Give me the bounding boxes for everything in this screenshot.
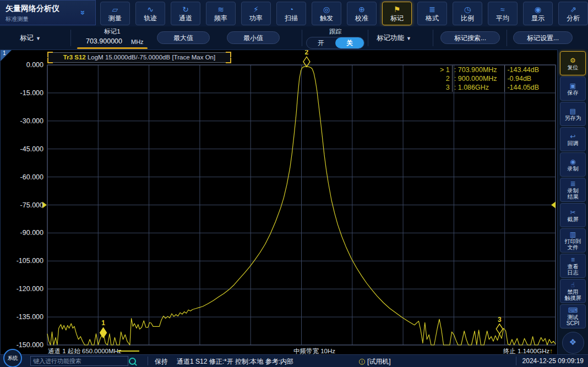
corner-bracket-icon — [226, 58, 231, 63]
sidebar-button-save[interactable]: ▣保存 — [560, 76, 586, 101]
record-camera-icon: ◉ — [570, 158, 575, 166]
min-search-button[interactable]: 最小值 — [227, 31, 280, 44]
sidebar-button-disable-touch[interactable]: ☝禁用 触摸屏 — [560, 279, 586, 303]
channel-status: 通道1 S12 修正:*开 控制:本地 参考:内部 — [177, 358, 293, 365]
y-axis-tick: -45.000 — [1, 145, 43, 154]
sidebar-button-record[interactable]: ◉录制 — [560, 152, 586, 177]
ruler-icon: ▱ — [112, 5, 118, 14]
hold-status: 保持 — [155, 358, 168, 365]
y-axis-tick: -60.000 — [1, 173, 43, 182]
sidebar-button-test-scpi[interactable]: ⌨测试 SCPI — [560, 304, 586, 328]
ref-level-right-arrow-icon — [551, 202, 556, 209]
sweep-progress-indicator — [117, 350, 139, 352]
marker-2-diamond[interactable] — [303, 57, 310, 67]
sidebar-button-label: 录制 结果 — [568, 188, 579, 200]
toolbar-button-label: 显示 — [531, 14, 545, 22]
sidebar-button-label: 截屏 — [568, 216, 579, 222]
app-title: 矢量网络分析仪 — [6, 4, 59, 14]
trace-plot: 123 — [1, 50, 557, 354]
sidebar-button-label: 禁用 触摸屏 — [565, 289, 581, 301]
toolbar-button-analysis[interactable]: ⇗分析 — [558, 2, 588, 25]
divider — [433, 30, 433, 46]
marker-3-diamond[interactable] — [496, 324, 503, 334]
sidebar-button-record-results[interactable]: ≣录制 结果 — [560, 178, 586, 202]
top-toolbar: 矢量网络分析仪 标准测量 » ▱测量∿轨迹↻通道≋频率⚡功率◔扫描◎触发⊕校准⚑… — [0, 0, 588, 26]
sidebar-button-label: 查看 日志 — [568, 264, 579, 276]
touch-hand-icon: ☝ — [571, 281, 575, 289]
y-axis-tick: -15.000 — [1, 89, 43, 97]
toolbar-button-label: 触发 — [320, 14, 333, 22]
recall-folder-icon: ↩ — [570, 133, 575, 140]
save-as-icon: ▤ — [570, 107, 576, 115]
y-axis-tick: -120.000 — [1, 284, 43, 293]
marker1-unit: MHz — [131, 37, 148, 46]
corner-bracket-icon — [47, 52, 53, 57]
toolbar-button-trace[interactable]: ∿轨迹 — [135, 2, 165, 25]
marker-search-button[interactable]: 标记搜索... — [440, 31, 500, 44]
toolbar-button-sweep[interactable]: ◔扫描 — [276, 2, 306, 25]
trace-format: LogM 15.0000dB/-75.0000dB [Trace Max On] — [88, 54, 215, 61]
toolbar-button-frequency[interactable]: ≋频率 — [206, 2, 236, 25]
marker-number: 2 — [424, 74, 452, 83]
toolbar-button-power[interactable]: ⚡功率 — [241, 2, 271, 25]
chevron-down-icon: ▼ — [406, 36, 411, 41]
toolbar-button-label: 格式 — [426, 14, 439, 22]
y-axis-tick: -75.000 — [1, 201, 43, 210]
scpi-terminal-icon: ⌨ — [568, 306, 578, 314]
trigger-target-icon: ◎ — [323, 5, 330, 14]
marker1-frequency-field[interactable]: 标记1 703.900000 MHz — [77, 28, 148, 46]
marker-function-dropdown[interactable]: 标记功能▼ — [377, 34, 411, 43]
marker-1-label: 1 — [101, 319, 105, 327]
tracking-label: 跟踪 — [306, 28, 364, 36]
toolbar-button-scale[interactable]: ◷比例 — [453, 2, 482, 25]
toolbar-button-channel[interactable]: ↻通道 — [171, 2, 200, 25]
toolbar-button-trigger[interactable]: ◎触发 — [312, 2, 341, 25]
tracking-toggle[interactable]: 开 关 — [306, 37, 364, 49]
toolbar-button-label: 比例 — [461, 14, 474, 22]
marker-1-diamond[interactable] — [100, 328, 107, 338]
scissors-icon: ✂ — [570, 209, 575, 216]
marker-value: -144.05dB — [504, 83, 554, 92]
toolbar-button-display[interactable]: ◉显示 — [523, 2, 553, 25]
tracking-on-option[interactable]: 开 — [307, 37, 335, 48]
toolbar-button-average[interactable]: ≈平均 — [488, 2, 518, 25]
sidebar-button-reset[interactable]: ⚙复位 — [560, 51, 586, 75]
record-results-icon: ≣ — [570, 180, 575, 188]
marker-menu-dropdown[interactable]: 标记▼ — [20, 34, 41, 43]
trace-line — [47, 67, 556, 345]
marker1-name: 标记1 — [77, 28, 148, 36]
function-search-input[interactable] — [30, 356, 128, 366]
sidebar-button-print-to-file[interactable]: ▥打印到 文件 — [560, 228, 586, 253]
chevron-down-icon: ▼ — [36, 36, 41, 41]
sidebar-button-label: 另存为 — [565, 115, 581, 121]
toolbar-button-label: 分析 — [567, 14, 580, 22]
sidebar-button-screenshot[interactable]: ✂截屏 — [560, 203, 586, 227]
system-button[interactable]: 系统 — [3, 349, 22, 367]
y-axis-tick: -135.000 — [1, 313, 43, 321]
double-chevron-down-icon[interactable]: » — [77, 7, 90, 20]
sidebar-more-button[interactable]: ❖ — [562, 332, 584, 354]
sidebar-button-recall[interactable]: ↩回调 — [560, 127, 586, 151]
average-icon: ≈ — [500, 5, 505, 14]
max-search-button[interactable]: 最大值 — [157, 31, 210, 44]
marker-number: 3 — [424, 83, 452, 92]
toolbar-button-calibration[interactable]: ⊕校准 — [347, 2, 377, 25]
toolbar-button-marker[interactable]: ⚑标记 — [382, 2, 412, 25]
y-axis-tick: -105.000 — [1, 256, 43, 265]
toolbar-button-label: 频率 — [214, 14, 227, 22]
save-disk-icon: ▣ — [570, 82, 576, 90]
toolbar-button-label: 标记 — [390, 14, 404, 22]
tracking-off-option[interactable]: 关 — [335, 37, 364, 48]
search-icon[interactable] — [129, 358, 136, 365]
sidebar-button-save-as[interactable]: ▤另存为 — [560, 102, 586, 126]
analysis-chart-icon: ⇗ — [570, 5, 576, 14]
y-axis-tick: -30.000 — [1, 117, 43, 125]
marker-value: -143.44dB — [504, 65, 554, 74]
marker-settings-button[interactable]: 标记设置... — [513, 31, 573, 44]
toolbar-button-format[interactable]: ≣格式 — [417, 2, 447, 25]
toolbar-button-measure[interactable]: ▱测量 — [100, 2, 130, 25]
trace-title-box[interactable]: Tr3 S12 LogM 15.0000dB/-75.0000dB [Trace… — [48, 52, 231, 63]
toolbar-button-label: 轨迹 — [144, 14, 157, 22]
marker-readout-row: > 1: 703.900MHz-143.44dB — [424, 65, 554, 74]
sidebar-button-view-log[interactable]: ≡查看 日志 — [560, 254, 586, 278]
